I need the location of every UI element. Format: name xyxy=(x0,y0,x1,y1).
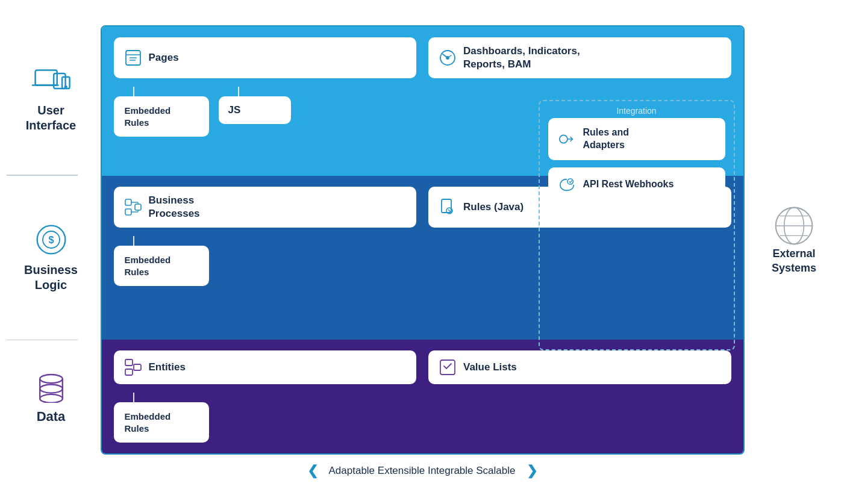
svg-rect-2 xyxy=(54,73,65,89)
svg-point-32 xyxy=(567,178,572,184)
entities-label: Entities xyxy=(149,361,186,374)
ui-embedded-connector xyxy=(133,87,134,96)
business-logic-icon: $ xyxy=(34,223,68,257)
svg-rect-33 xyxy=(125,359,133,366)
main-layout: User Interface $ Business Logic xyxy=(7,25,838,479)
footer-row: ❮ Adaptable Extensible Integrable Scalab… xyxy=(7,455,838,479)
business-label-text: Business Logic xyxy=(24,263,78,293)
labels-column: User Interface $ Business Logic xyxy=(7,25,96,455)
svg-text:$: $ xyxy=(48,234,54,244)
dashboards-label: Dashboards, Indicators, Reports, BAM xyxy=(463,45,580,71)
ui-js-wrapper: JS xyxy=(219,87,291,124)
left-arrow: ❮ xyxy=(307,463,318,479)
biz-embedded-rules-card: Embedded Rules xyxy=(114,246,209,286)
rules-java-label: Rules (Java) xyxy=(463,201,524,214)
rules-adapters-card: Rules and Adapters xyxy=(548,118,725,160)
right-column: External Systems xyxy=(751,25,838,455)
value-lists-icon xyxy=(438,358,457,377)
data-label-text: Data xyxy=(37,409,66,425)
data-layer: Entities Value Lists Embedded Rules xyxy=(102,340,743,453)
pages-card: Pages xyxy=(114,37,417,78)
api-rest-card: API Rest Webhooks xyxy=(548,167,725,202)
svg-point-11 xyxy=(40,384,63,393)
svg-rect-34 xyxy=(125,369,133,375)
entities-icon xyxy=(123,358,143,377)
data-embedded-rules-label: Embedded Rules xyxy=(125,411,171,434)
right-arrow: ❯ xyxy=(527,463,537,479)
ui-label-cell: User Interface xyxy=(7,25,96,175)
ui-js-connector xyxy=(238,87,239,96)
api-rest-label: API Rest Webhooks xyxy=(583,178,674,191)
dashboards-card: Dashboards, Indicators, Reports, BAM xyxy=(428,37,731,78)
footer-text: Adaptable Extensible Integrable Scalable xyxy=(329,465,516,477)
js-label: JS xyxy=(228,104,241,117)
diagram-column: Pages Dashboards, Indicators, Reports, B… xyxy=(101,25,745,455)
pages-icon xyxy=(123,48,143,67)
value-lists-label: Value Lists xyxy=(463,361,517,374)
svg-rect-23 xyxy=(135,204,141,210)
biz-embedded-connector xyxy=(133,236,134,246)
js-card: JS xyxy=(219,96,291,124)
integration-box: Integration Rules and Adapters xyxy=(539,100,735,350)
business-label-cell: $ Business Logic xyxy=(7,176,96,340)
rules-java-icon xyxy=(438,198,457,217)
svg-point-8 xyxy=(40,375,63,383)
api-rest-icon xyxy=(558,176,576,194)
business-layer: Business Processes Rules (Java) xyxy=(102,176,743,340)
svg-point-20 xyxy=(446,57,449,59)
ui-top-row: Pages Dashboards, Indicators, Reports, B… xyxy=(114,37,731,78)
svg-point-4 xyxy=(65,86,66,87)
svg-rect-35 xyxy=(134,364,141,370)
ui-embedded-rules-label: Embedded Rules xyxy=(125,105,171,128)
rules-adapters-label: Rules and Adapters xyxy=(583,126,629,152)
svg-rect-22 xyxy=(125,209,131,215)
data-label-cell: Data xyxy=(7,340,96,455)
biz-embedded-rules-label: Embedded Rules xyxy=(125,254,171,278)
data-embedded-rules-card: Embedded Rules xyxy=(114,402,209,443)
external-systems-label: External Systems xyxy=(751,247,838,275)
ui-label-text: User Interface xyxy=(26,103,76,133)
data-embedded-connector xyxy=(133,393,134,402)
ui-embedded-rules-card: Embedded Rules xyxy=(114,96,209,137)
dashboards-icon xyxy=(438,48,457,67)
value-lists-card: Value Lists xyxy=(428,350,731,384)
integration-label: Integration xyxy=(616,106,656,116)
rules-adapters-icon xyxy=(558,130,576,148)
svg-point-31 xyxy=(559,135,567,143)
svg-rect-21 xyxy=(125,199,131,205)
svg-point-14 xyxy=(40,394,63,403)
pages-label: Pages xyxy=(149,51,179,64)
user-interface-icon xyxy=(30,67,72,97)
business-processes-label: Business Processes xyxy=(149,194,200,220)
svg-line-30 xyxy=(448,210,451,212)
biz-embedded-wrapper: Embedded Rules xyxy=(114,236,209,286)
data-icon xyxy=(33,370,70,403)
data-top-row: Entities Value Lists xyxy=(114,350,731,384)
main-row: User Interface $ Business Logic xyxy=(7,25,838,455)
entities-card: Entities xyxy=(114,350,417,384)
business-processes-card: Business Processes xyxy=(114,187,417,228)
data-embedded-wrapper: Embedded Rules xyxy=(114,393,209,443)
business-processes-icon xyxy=(123,198,143,217)
ui-embedded-wrapper: Embedded Rules xyxy=(114,87,209,137)
external-systems-icon xyxy=(773,205,815,247)
